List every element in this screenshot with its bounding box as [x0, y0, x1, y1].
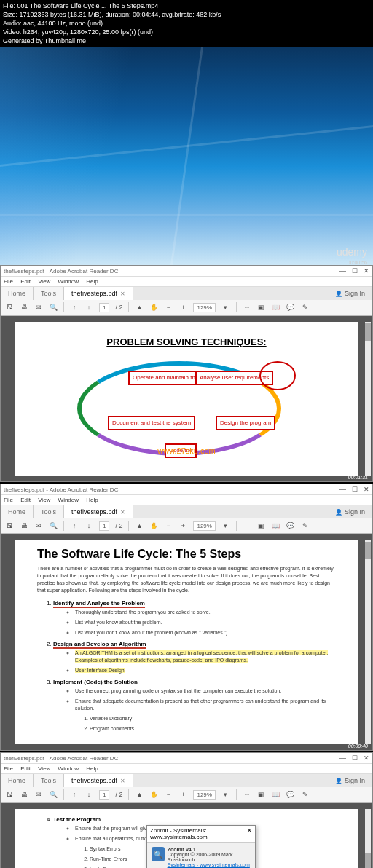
zoomout-icon[interactable]: − — [164, 790, 173, 799]
zoom-input[interactable]: 129% — [193, 521, 215, 531]
minimize-icon[interactable]: — — [339, 486, 346, 493]
tab-home[interactable]: Home — [1, 774, 34, 787]
signin-button[interactable]: Sign In — [328, 287, 372, 300]
zoomout-icon[interactable]: − — [164, 303, 173, 312]
tab-document[interactable]: thefivesteps.pdf✕ — [64, 774, 133, 787]
menu-window[interactable]: Window — [58, 497, 79, 503]
search-icon[interactable]: 🔍 — [49, 521, 58, 530]
close-icon[interactable]: ✕ — [364, 486, 369, 493]
tab-close-icon[interactable]: ✕ — [120, 291, 125, 297]
mail-icon[interactable]: ✉ — [34, 790, 43, 799]
menu-edit[interactable]: Edit — [20, 278, 31, 285]
mail-icon[interactable]: ✉ — [34, 303, 43, 312]
tab-document[interactable]: thefivesteps.pdf✕ — [64, 287, 133, 300]
tab-home[interactable]: Home — [1, 287, 34, 300]
pointer-icon[interactable]: ▲ — [135, 521, 144, 530]
page-input[interactable]: 1 — [99, 521, 109, 531]
close-icon[interactable]: ✕ — [364, 754, 369, 762]
hand-icon[interactable]: ✋ — [149, 303, 158, 312]
search-icon[interactable]: 🔍 — [49, 790, 58, 799]
comment-icon[interactable]: 💬 — [286, 303, 295, 312]
menu-file[interactable]: File — [4, 765, 13, 772]
chevron-down-icon[interactable]: ▾ — [221, 521, 230, 530]
menu-view[interactable]: View — [38, 278, 50, 285]
scrollbar-thumb[interactable] — [365, 542, 371, 559]
dialog-close-icon[interactable]: ✕ — [247, 827, 252, 840]
menu-file[interactable]: File — [4, 278, 13, 285]
comment-icon[interactable]: 💬 — [286, 790, 295, 799]
tab-close-icon[interactable]: ✕ — [120, 509, 125, 516]
page-down-icon[interactable]: ↓ — [85, 521, 93, 530]
scrollbar[interactable] — [365, 809, 371, 868]
fitpage-icon[interactable]: ▣ — [257, 303, 266, 312]
zoomout-icon[interactable]: − — [164, 521, 173, 530]
print-icon[interactable]: 🖶 — [20, 303, 28, 312]
save-icon[interactable]: 🖫 — [5, 303, 14, 312]
zoomin-icon[interactable]: + — [178, 790, 187, 799]
menu-view[interactable]: View — [38, 497, 50, 503]
maximize-icon[interactable]: ☐ — [352, 267, 358, 275]
fitwidth-icon[interactable]: ↔ — [243, 303, 251, 312]
sign-icon[interactable]: ✎ — [301, 521, 310, 530]
maximize-icon[interactable]: ☐ — [352, 754, 358, 762]
pointer-icon[interactable]: ▲ — [135, 790, 144, 799]
page-up-icon[interactable]: ↑ — [70, 790, 79, 799]
mail-icon[interactable]: ✉ — [34, 521, 43, 530]
page-down-icon[interactable]: ↓ — [85, 303, 93, 312]
read-icon[interactable]: 📖 — [272, 790, 280, 799]
menu-edit[interactable]: Edit — [20, 497, 31, 503]
hand-icon[interactable]: ✋ — [149, 521, 158, 530]
read-icon[interactable]: 📖 — [272, 303, 280, 312]
close-icon[interactable]: ✕ — [364, 267, 369, 275]
sign-icon[interactable]: ✎ — [301, 303, 310, 312]
page-up-icon[interactable]: ↑ — [70, 521, 79, 530]
scrollbar[interactable] — [365, 540, 371, 744]
save-icon[interactable]: 🖫 — [5, 521, 14, 530]
search-icon[interactable]: 🔍 — [49, 303, 58, 312]
fitwidth-icon[interactable]: ↔ — [243, 521, 251, 530]
page-input[interactable]: 1 — [99, 303, 109, 312]
menu-window[interactable]: Window — [58, 278, 79, 285]
fitpage-icon[interactable]: ▣ — [257, 790, 266, 799]
chevron-down-icon[interactable]: ▾ — [221, 790, 230, 799]
menu-help[interactable]: Help — [86, 278, 98, 285]
pointer-icon[interactable]: ▲ — [135, 303, 144, 312]
tab-close-icon[interactable]: ✕ — [120, 778, 125, 784]
zoomit-link[interactable]: Sysinternals - www.sysinternals.com — [168, 862, 251, 867]
scrollbar[interactable] — [365, 322, 371, 476]
tab-home[interactable]: Home — [1, 505, 34, 518]
scrollbar-thumb[interactable] — [365, 323, 371, 341]
zoom-input[interactable]: 129% — [193, 790, 215, 800]
minimize-icon[interactable]: — — [339, 267, 346, 275]
save-icon[interactable]: 🖫 — [5, 790, 14, 799]
comment-icon[interactable]: 💬 — [286, 521, 295, 530]
maximize-icon[interactable]: ☐ — [352, 486, 358, 493]
fitwidth-icon[interactable]: ↔ — [243, 790, 251, 799]
tab-tools[interactable]: Tools — [34, 287, 64, 300]
tab-document[interactable]: thefivesteps.pdf✕ — [64, 505, 133, 518]
signin-button[interactable]: Sign In — [328, 774, 372, 787]
scrollbar-thumb[interactable] — [365, 853, 371, 868]
menu-edit[interactable]: Edit — [20, 765, 31, 772]
chevron-down-icon[interactable]: ▾ — [221, 303, 230, 312]
zoomin-icon[interactable]: + — [178, 521, 187, 530]
print-icon[interactable]: 🖶 — [20, 521, 28, 530]
zoomin-icon[interactable]: + — [178, 303, 187, 312]
zoom-input[interactable]: 129% — [193, 303, 215, 312]
tab-tools[interactable]: Tools — [34, 774, 64, 787]
page-down-icon[interactable]: ↓ — [85, 790, 93, 799]
menu-help[interactable]: Help — [86, 497, 98, 503]
menu-help[interactable]: Help — [86, 765, 98, 772]
page-up-icon[interactable]: ↑ — [70, 303, 79, 312]
read-icon[interactable]: 📖 — [272, 521, 280, 530]
menu-file[interactable]: File — [4, 497, 13, 503]
tab-tools[interactable]: Tools — [34, 505, 64, 518]
fitpage-icon[interactable]: ▣ — [257, 521, 266, 530]
print-icon[interactable]: 🖶 — [20, 790, 28, 799]
page-input[interactable]: 1 — [99, 790, 109, 800]
signin-button[interactable]: Sign In — [328, 505, 372, 518]
minimize-icon[interactable]: — — [339, 754, 346, 762]
menu-view[interactable]: View — [38, 765, 50, 772]
menu-window[interactable]: Window — [58, 765, 79, 772]
sign-icon[interactable]: ✎ — [301, 790, 310, 799]
